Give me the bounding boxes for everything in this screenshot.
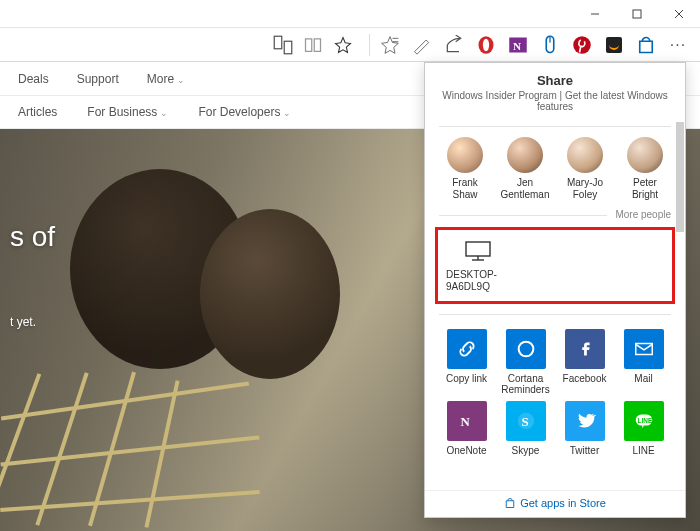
window-minimize-button[interactable] — [574, 0, 616, 28]
svg-text:N: N — [460, 415, 470, 429]
nav-support[interactable]: Support — [77, 72, 119, 86]
nav-more[interactable]: More⌄ — [147, 72, 185, 86]
contact-name: Peter Bright — [619, 177, 671, 201]
device-name: DESKTOP-9A6DL9Q — [446, 269, 506, 293]
svg-point-14 — [573, 36, 591, 54]
onenote-extension-icon[interactable]: N — [508, 35, 528, 55]
svg-rect-4 — [274, 36, 282, 49]
more-menu-icon[interactable]: ··· — [668, 35, 688, 55]
contact-name: Frank Shaw — [439, 177, 491, 201]
svg-text:N: N — [513, 40, 521, 52]
share-app-copy-link[interactable]: Copy link — [439, 329, 494, 395]
lattice-decoration — [0, 369, 270, 531]
share-contact[interactable]: Peter Bright — [619, 137, 671, 201]
share-contact[interactable]: Jen Gentleman — [499, 137, 551, 201]
browser-toolbar: N ··· — [0, 28, 700, 62]
nearby-device-highlight: DESKTOP-9A6DL9Q — [435, 227, 675, 304]
share-device[interactable]: DESKTOP-9A6DL9Q — [446, 240, 506, 293]
share-apps-grid: Copy link Cortana Reminders Facebook Mai… — [439, 323, 671, 456]
svg-rect-1 — [633, 10, 641, 18]
mouse-extension-icon[interactable] — [540, 35, 560, 55]
share-app-skype[interactable]: SSkype — [498, 401, 553, 456]
share-app-twitter[interactable]: Twitter — [557, 401, 612, 456]
share-panel-scrollbar[interactable] — [675, 122, 685, 490]
window-maximize-button[interactable] — [616, 0, 658, 28]
hero-headline: s of — [10, 221, 55, 253]
notes-icon[interactable] — [412, 35, 432, 55]
share-subtitle: Windows Insider Program | Get the latest… — [437, 90, 673, 112]
translate-icon[interactable] — [273, 35, 293, 55]
nav-deals[interactable]: Deals — [18, 72, 49, 86]
share-contact[interactable]: Frank Shaw — [439, 137, 491, 201]
window-close-button[interactable] — [658, 0, 700, 28]
store-bag-icon[interactable] — [636, 35, 656, 55]
svg-text:S: S — [521, 415, 528, 429]
favorites-hub-icon[interactable] — [380, 35, 400, 55]
chevron-down-icon: ⌄ — [177, 75, 185, 85]
window-titlebar — [0, 0, 700, 28]
hero-subtext: t yet. — [10, 315, 36, 329]
avatar — [567, 137, 603, 173]
share-app-line[interactable]: LINELINE — [616, 401, 671, 456]
svg-point-9 — [483, 38, 489, 51]
chevron-down-icon: ⌄ — [283, 108, 291, 118]
opera-extension-icon[interactable] — [476, 35, 496, 55]
chevron-down-icon: ⌄ — [160, 108, 168, 118]
avatar — [507, 137, 543, 173]
avatar — [627, 137, 663, 173]
favorite-star-icon[interactable] — [333, 35, 353, 55]
get-apps-in-store-link[interactable]: Get apps in Store — [425, 490, 685, 517]
share-app-facebook[interactable]: Facebook — [557, 329, 612, 395]
nav-for-developers[interactable]: For Developers⌄ — [198, 105, 291, 119]
amazon-extension-icon[interactable] — [604, 35, 624, 55]
svg-rect-19 — [635, 344, 652, 355]
more-people-link[interactable]: More people — [615, 209, 671, 220]
svg-rect-15 — [466, 242, 490, 256]
svg-text:LINE: LINE — [637, 417, 652, 424]
pinterest-extension-icon[interactable] — [572, 35, 592, 55]
share-app-onenote[interactable]: NOneNote — [439, 401, 494, 456]
avatar — [447, 137, 483, 173]
share-app-mail[interactable]: Mail — [616, 329, 671, 395]
svg-point-18 — [518, 342, 533, 357]
svg-rect-5 — [284, 41, 292, 54]
share-title: Share — [437, 73, 673, 88]
share-people-row: Frank Shaw Jen Gentleman Mary-Jo Foley P… — [439, 135, 671, 203]
store-bag-icon — [504, 497, 516, 509]
share-app-cortana[interactable]: Cortana Reminders — [498, 329, 553, 395]
nav-for-business[interactable]: For Business⌄ — [87, 105, 168, 119]
monitor-icon — [464, 240, 492, 262]
contact-name: Jen Gentleman — [499, 177, 551, 201]
nav-articles[interactable]: Articles — [18, 105, 57, 119]
share-panel: Share Windows Insider Program | Get the … — [424, 62, 686, 518]
contact-name: Mary-Jo Foley — [559, 177, 611, 201]
share-icon[interactable] — [444, 35, 464, 55]
share-contact[interactable]: Mary-Jo Foley — [559, 137, 611, 201]
reading-view-icon[interactable] — [303, 35, 323, 55]
